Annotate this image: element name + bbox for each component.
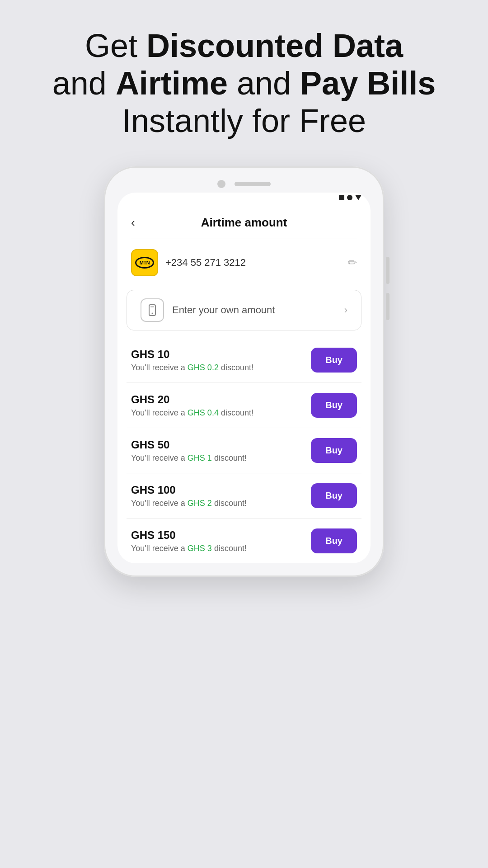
mtn-oval: MTN [135,257,154,269]
status-triangle-icon [355,195,361,200]
svg-rect-2 [150,307,154,307]
custom-amount-row[interactable]: Enter your own amount › [127,290,361,330]
phone-side-button [386,257,389,284]
airtime-item: GHS 10 You'll receive a GHS 0.2 discount… [127,338,361,383]
phone-number-row: MTN +234 55 271 3212 ✏ [117,239,371,286]
buy-button-150[interactable]: Buy [311,528,357,553]
discount-value-50: GHS 1 [188,453,212,462]
airtime-item: GHS 50 You'll receive a GHS 1 discount! … [127,428,361,473]
chevron-right-icon: › [344,304,347,316]
status-bar [117,193,371,205]
discount-value-150: GHS 3 [188,544,212,553]
airtime-discount-20: You'll receive a GHS 0.4 discount! [131,408,253,418]
phone-screen: ‹ Airtime amount MTN +234 55 271 3212 ✏ [117,193,371,563]
airtime-info-20: GHS 20 You'll receive a GHS 0.4 discount… [131,393,253,418]
phone-camera [217,180,225,188]
airtime-amount-150: GHS 150 [131,529,247,542]
airtime-amount-20: GHS 20 [131,393,253,406]
airtime-list: GHS 10 You'll receive a GHS 0.2 discount… [117,338,371,563]
status-square-icon [339,195,344,200]
airtime-info-100: GHS 100 You'll receive a GHS 2 discount! [131,484,247,508]
screen-title: Airtime amount [201,216,287,230]
buy-button-50[interactable]: Buy [311,438,357,463]
airtime-discount-10: You'll receive a GHS 0.2 discount! [131,363,253,373]
screen-header: ‹ Airtime amount [117,205,371,239]
phone-mockup: ‹ Airtime amount MTN +234 55 271 3212 ✏ [104,166,384,577]
airtime-amount-50: GHS 50 [131,439,247,451]
airtime-item: GHS 150 You'll receive a GHS 3 discount!… [127,519,361,563]
discount-value-100: GHS 2 [188,499,212,508]
airtime-amount-10: GHS 10 [131,348,253,361]
airtime-amount-100: GHS 100 [131,484,247,496]
airtime-discount-150: You'll receive a GHS 3 discount! [131,544,247,553]
phone-top-bar [117,180,371,188]
svg-point-1 [152,313,153,314]
hero-title: Get Discounted Data and Airtime and Pay … [0,0,488,157]
status-dot-icon [347,195,352,200]
custom-amount-label: Enter your own amount [172,304,336,316]
buy-button-10[interactable]: Buy [311,348,357,373]
phone-info: MTN +234 55 271 3212 [131,249,246,276]
buy-button-100[interactable]: Buy [311,483,357,508]
airtime-info-50: GHS 50 You'll receive a GHS 1 discount! [131,439,247,463]
mtn-logo: MTN [131,249,158,276]
custom-amount-icon [141,298,164,322]
discount-value-10: GHS 0.2 [188,363,219,372]
buy-button-20[interactable]: Buy [311,393,357,418]
airtime-discount-100: You'll receive a GHS 2 discount! [131,499,247,508]
back-button[interactable]: ‹ [131,216,135,230]
phone-side-button-2 [386,293,389,320]
airtime-item: GHS 20 You'll receive a GHS 0.4 discount… [127,383,361,428]
airtime-discount-50: You'll receive a GHS 1 discount! [131,453,247,463]
phone-icon [146,304,159,316]
phone-speaker [235,182,271,186]
discount-value-20: GHS 0.4 [188,408,219,417]
phone-number: +234 55 271 3212 [165,257,246,269]
airtime-info-150: GHS 150 You'll receive a GHS 3 discount! [131,529,247,553]
edit-icon[interactable]: ✏ [348,256,357,269]
airtime-info-10: GHS 10 You'll receive a GHS 0.2 discount… [131,348,253,373]
hero-text: Get Discounted Data and Airtime and Pay … [52,28,436,139]
airtime-item: GHS 100 You'll receive a GHS 2 discount!… [127,473,361,519]
